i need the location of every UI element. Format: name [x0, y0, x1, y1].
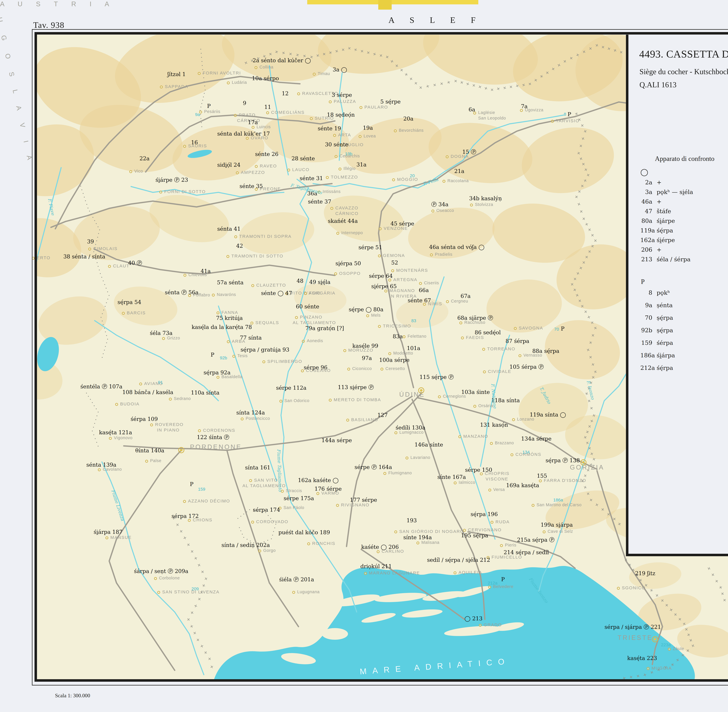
yellow-bookmark-strip [307, 0, 478, 4]
legend-row: 9aṣénta [640, 302, 675, 314]
legend-word: štáfe [657, 208, 671, 215]
legend-point-number: 213 [640, 256, 652, 263]
legend-word: śi̯árpa [657, 352, 675, 359]
legend-point-number: 2a [640, 179, 652, 185]
legend-row: 186aśi̯árpa [640, 352, 675, 365]
legend-point-number: 206 [640, 246, 652, 253]
legend-point-number: 47 [640, 208, 652, 215]
legend-point-number: 46a [640, 198, 652, 205]
legend-row: 8pǫkʰ [640, 289, 675, 302]
legend-row: 80aśi̯árpe [640, 217, 693, 227]
legend-heading: Apparato di confronto [655, 155, 715, 162]
sheet-number: Tav. 938 [33, 20, 64, 30]
legend-symbol-p: P [641, 278, 645, 285]
legend-group-p: 8pǫkʰ9aṣénta70ṣę́rpa92bṣę́rpa159śérpa186… [640, 289, 675, 377]
legend-row: 212aśę́rpa [640, 365, 675, 377]
legend-point-number: 212a [640, 365, 652, 371]
legend-symbol-circle: ◯ [640, 168, 648, 176]
map-source: Q.ALI 1613 [639, 80, 676, 89]
legend-word: + [657, 198, 661, 205]
map-title: 4493. CASSETTA DELLA CARROZZA [639, 48, 728, 60]
legend-word: śérpa [657, 340, 673, 346]
legend-point-number: 8 [640, 289, 652, 296]
legend-point-number: 70 [640, 314, 652, 321]
legend-word: ṣénta [657, 302, 673, 309]
legend-word: śi̯érpe [657, 237, 675, 243]
legend-row: 162aśi̯érpe [640, 237, 693, 246]
atlas-sheet-page: { "page": { "tav": "Tav. 938", "center_t… [0, 0, 728, 712]
yellow-bookmark-tab [378, 0, 392, 10]
legend-word: ṣę́rpa [657, 314, 673, 321]
legend-word: śę́rpa [657, 227, 673, 234]
legend-row: 119aśę́rpa [640, 227, 693, 237]
legend-word: + [657, 179, 661, 185]
legend-word: ṣę́rpa [657, 327, 673, 334]
plate-frame-inner [34, 32, 728, 682]
legend-row: 70ṣę́rpa [640, 314, 675, 327]
legend-row: 46a+ [640, 198, 693, 208]
legend-group-circle: 2a+3apǫkʰ — si̯éla46a+47štáfe80aśi̯árpe1… [640, 179, 693, 266]
legend-word: + [657, 246, 661, 253]
legend-word: śéla / śérpa [657, 256, 691, 263]
legend-word: śi̯árpe [657, 217, 675, 224]
legend-point-number: 9a [640, 302, 652, 309]
legend-word: pǫkʰ — si̯éla [657, 188, 693, 195]
legend-row: 2a+ [640, 179, 693, 188]
country-label: A U S T R I A [0, 0, 115, 8]
legend-row: 159śérpa [640, 340, 675, 352]
legend-row: 47štáfe [640, 208, 693, 217]
legend-point-number: 119a [640, 227, 652, 234]
legend-row: 206+ [640, 246, 693, 256]
legend-point-number: 92b [640, 327, 652, 334]
legend-point-number: 159 [640, 340, 652, 346]
map-subtitle: Siège du cocher - Kutschbock - Kozel [639, 67, 728, 76]
legend-row: 213śéla / śérpa [640, 256, 693, 266]
legend-point-number: 186a [640, 352, 652, 359]
country-label: J U G O S L A V I A [0, 0, 35, 166]
legend-word: śę́rpa [657, 365, 673, 371]
scale-note: Scala 1: 300.000 [55, 693, 90, 699]
legend-point-number: 80a [640, 217, 652, 224]
legend-row: 92bṣę́rpa [640, 327, 675, 340]
atlas-title: A S L E F [385, 15, 486, 25]
legend-point-number: 3a [640, 188, 652, 195]
legend-row: 3apǫkʰ — si̯éla [640, 188, 693, 198]
legend-point-number: 162a [640, 237, 652, 243]
legend-word: pǫkʰ [657, 289, 670, 296]
